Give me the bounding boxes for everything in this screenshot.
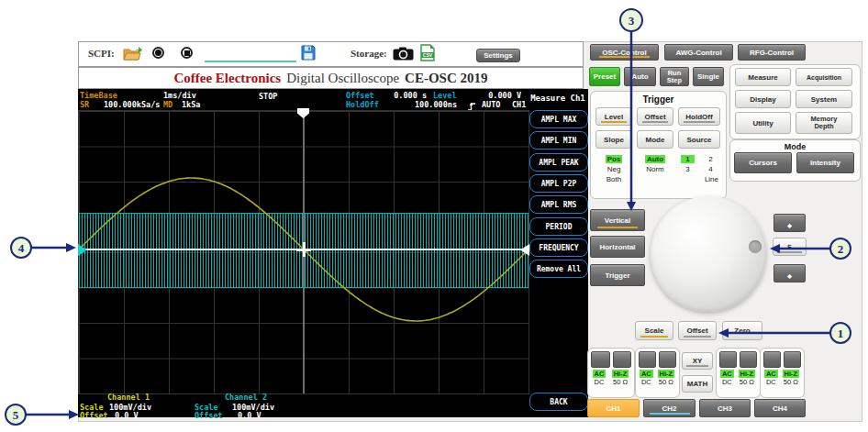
stop-icon[interactable] <box>181 47 193 59</box>
frequency-button[interactable]: FREQUENCY <box>529 238 588 257</box>
ch1-impedance-toggle[interactable] <box>613 351 632 368</box>
ch3-ac-label: AC <box>720 370 734 378</box>
cursor-crosshair[interactable] <box>296 242 311 257</box>
tab-ch1[interactable]: CH1 <box>587 399 640 417</box>
tab-osc-control[interactable]: OSC-Control <box>590 44 659 61</box>
ch3-imp-label: 50 Ω <box>736 378 758 386</box>
system-menu-button[interactable]: System <box>796 90 852 108</box>
trigger-holdoff-button[interactable]: HoldOff <box>678 107 720 126</box>
callout-4-arrow <box>66 243 76 252</box>
down-marker-icon <box>787 267 792 281</box>
ch4-ac-label: AC <box>764 370 778 378</box>
mode-option-auto: Auto <box>645 155 665 163</box>
slope-option-both: Both <box>595 174 632 184</box>
cursors-button[interactable]: Cursors <box>734 152 792 173</box>
tab-awg-control[interactable]: AWG-Control <box>664 44 733 61</box>
up-marker-icon <box>787 216 792 230</box>
knob-dimple <box>749 240 762 253</box>
ch1-dc-label: DC <box>590 378 608 386</box>
measure-menu-button[interactable]: Measure <box>735 68 791 86</box>
tab-rfg-control[interactable]: RFG-Control <box>738 44 806 61</box>
scpi-toolbar: SCPI: Storage: <box>78 41 584 67</box>
ch1-coupling-toggle[interactable] <box>591 351 610 368</box>
ampl-rms-button[interactable]: AMPL RMS <box>529 195 588 214</box>
remove-all-button[interactable]: Remove All <box>529 260 588 278</box>
memory-depth-menu-button[interactable]: Memory Depth <box>796 112 852 134</box>
single-button[interactable]: Single <box>693 67 724 86</box>
callout-4-number: 4 <box>18 241 25 255</box>
utility-menu-button[interactable]: Utility <box>735 112 791 134</box>
zero-button[interactable]: Zero <box>722 321 762 340</box>
ch2-coupling-toggle[interactable] <box>639 351 656 368</box>
ampl-max-button[interactable]: AMPL MAX <box>529 110 588 128</box>
sample-rate-value: 100.000kSa/s <box>104 100 160 109</box>
run-step-button[interactable]: Run Step <box>660 67 689 86</box>
trigger-slope-button[interactable]: Slope <box>595 130 632 149</box>
source-option-line: Line <box>676 174 722 184</box>
ch1-hiz-label: Hi-Z <box>612 370 629 378</box>
acquisition-menu-button[interactable]: Acquisition <box>796 68 852 86</box>
callout-3-number: 3 <box>629 14 635 28</box>
math-button[interactable]: MATH <box>682 375 713 393</box>
ampl-min-button[interactable]: AMPL MIN <box>529 131 588 150</box>
ampl-peak-button[interactable]: AMPL PEAK <box>529 153 588 172</box>
horizontal-button[interactable]: Horizontal <box>590 236 645 258</box>
ch2-impedance-toggle[interactable] <box>659 351 676 368</box>
trigger-mode-button[interactable]: Mode <box>637 130 673 149</box>
preset-button[interactable]: Preset <box>589 67 620 86</box>
trigger-level-button[interactable]: Level <box>595 107 632 126</box>
tab-ch4[interactable]: CH4 <box>754 399 806 417</box>
settings-button[interactable]: Settings <box>476 49 520 62</box>
auto-button[interactable]: Auto <box>624 67 656 86</box>
camera-icon[interactable] <box>393 47 414 61</box>
callout-5-number: 5 <box>13 408 19 422</box>
tab-ch3[interactable]: CH3 <box>699 399 751 417</box>
scale-button[interactable]: Scale <box>635 321 673 340</box>
trigger-mode-status: AUTO <box>482 100 500 109</box>
scpi-command-input[interactable] <box>205 61 296 62</box>
knob-fine-button[interactable]: F <box>773 238 807 256</box>
offset-button[interactable]: Offset <box>678 321 717 340</box>
source-option-1: 1 <box>681 155 694 163</box>
rotary-knob[interactable] <box>651 196 766 312</box>
knob-down-button[interactable] <box>773 264 806 282</box>
channel2-name: Channel 2 <box>225 393 267 402</box>
ch3-impedance-toggle[interactable] <box>740 351 757 368</box>
knob-up-button[interactable] <box>773 214 806 232</box>
ch3-coupling-group: AC DC Hi-Z 50 Ω <box>716 348 761 398</box>
source-option-2: 2 <box>699 154 722 164</box>
ch2-hiz-label: Hi-Z <box>658 370 675 378</box>
slope-options: Pos Neg Both <box>595 154 632 184</box>
trigger-offset-button[interactable]: Offset <box>637 107 673 126</box>
offset-label: Offset <box>346 91 374 100</box>
ch4-impedance-toggle[interactable] <box>784 351 801 368</box>
trigger-source-status: CH1 <box>512 100 526 109</box>
ch2-dc-label: DC <box>638 378 655 386</box>
record-icon[interactable] <box>152 47 164 59</box>
holdoff-value: 100.000ns <box>404 100 457 109</box>
xy-button[interactable]: XY <box>682 352 713 370</box>
intensity-button[interactable]: Intensity <box>796 152 854 173</box>
vertical-button[interactable]: Vertical <box>590 209 645 231</box>
back-button[interactable]: BACK <box>529 393 588 411</box>
open-folder-icon[interactable] <box>123 46 142 61</box>
ampl-p2p-button[interactable]: AMPL P2P <box>529 174 588 193</box>
ch3-coupling-toggle[interactable] <box>719 351 737 368</box>
csv-icon-label: CSV <box>422 52 433 58</box>
ch1-ac-label: AC <box>593 370 606 378</box>
display-menu-button[interactable]: Display <box>735 90 791 108</box>
period-button[interactable]: PERIOD <box>529 217 588 236</box>
save-floppy-icon[interactable] <box>301 45 316 61</box>
ch2-ac-label: AC <box>640 370 653 378</box>
trigger-source-button[interactable]: Source <box>678 130 720 149</box>
csv-file-icon[interactable]: CSV <box>420 44 435 61</box>
slope-option-pos: Pos <box>606 155 623 163</box>
ch3-hiz-label: Hi-Z <box>739 370 756 378</box>
ch4-coupling-toggle[interactable] <box>763 351 781 368</box>
trigger-axis-button[interactable]: Trigger <box>590 264 645 286</box>
ch4-hiz-label: Hi-Z <box>783 370 800 378</box>
timebase-value: 1ms/div <box>163 91 196 100</box>
ch4-imp-label: 50 Ω <box>780 378 802 386</box>
tab-ch2[interactable]: CH2 <box>643 399 696 417</box>
measure-menu-title: Measure Ch1 <box>528 94 588 103</box>
